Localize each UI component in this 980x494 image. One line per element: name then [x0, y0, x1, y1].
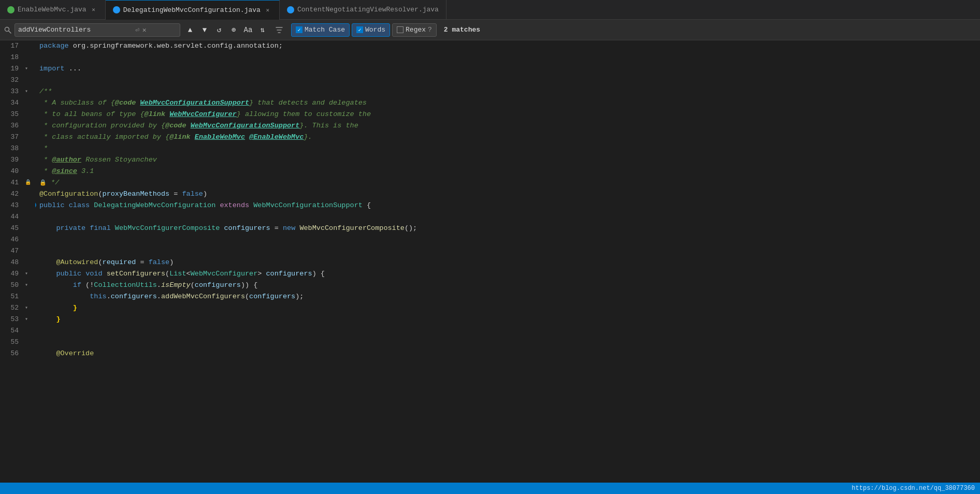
- code-line-52: }: [39, 302, 976, 314]
- code-line-44: [39, 211, 976, 223]
- matches-count: 2 matches: [444, 26, 480, 34]
- code-line-56: @Override: [39, 348, 976, 359]
- tab-close-2[interactable]: ✕: [264, 6, 272, 14]
- preserve-button[interactable]: Aa: [241, 23, 255, 37]
- regex-checkbox: [397, 26, 403, 33]
- tab-icon-blue-2: [287, 6, 294, 13]
- code-line-43: public class DelegatingWebMvcConfigurati…: [39, 200, 976, 211]
- search-input[interactable]: [18, 26, 132, 34]
- match-case-checkbox: ✓: [296, 26, 302, 33]
- tab-contentnegotiating[interactable]: ContentNegotiatingViewResolver.java: [280, 0, 446, 20]
- tab-icon-blue-1: [113, 6, 120, 13]
- words-label: Words: [365, 26, 385, 34]
- tab-delegating[interactable]: DelegatingWebMvcConfiguration.java ✕: [106, 0, 280, 20]
- code-line-51: this.configurers.addWebMvcConfigurers(co…: [39, 291, 976, 302]
- fold-method[interactable]: ▾: [25, 268, 35, 280]
- code-line-40: * @since 3.1: [39, 166, 976, 177]
- code-line-18: [39, 52, 976, 63]
- code-line-54: [39, 325, 976, 337]
- search-input-wrap: ⏎ ✕: [15, 23, 180, 37]
- run-dot[interactable]: [35, 202, 36, 208]
- code-line-32: [39, 75, 976, 86]
- tab-bar: EnableWebMvc.java ✕ DelegatingWebMvcConf…: [0, 0, 980, 20]
- code-line-39: * @author Rossen Stoyanchev: [39, 154, 976, 166]
- regex-label: Regex: [406, 26, 426, 34]
- code-line-49: public void setConfigurers(List<WebMvcCo…: [39, 268, 976, 280]
- clear-icon[interactable]: ✕: [142, 26, 147, 34]
- code-line-34: * A subclass of {@code WebMvcConfigurati…: [39, 97, 976, 109]
- svg-line-1: [9, 31, 11, 33]
- search-icon[interactable]: [4, 26, 11, 34]
- tab-label-2: DelegatingWebMvcConfiguration.java: [123, 6, 261, 14]
- gutter: ▾ ▾ 🔒 ▾ ▾ ▾ ▾: [25, 40, 35, 483]
- code-line-36: * configuration provided by {@code WebMv…: [39, 120, 976, 132]
- code-line-42: @Configuration(proxyBeanMethods = false): [39, 188, 976, 200]
- regex-help[interactable]: ?: [428, 26, 432, 34]
- fold-close1[interactable]: ▾: [25, 302, 35, 314]
- tab-close-1[interactable]: ✕: [90, 6, 98, 14]
- search-nav: ▲ ▼ ↺ ⊕ Aa ⇅: [183, 23, 269, 37]
- status-url: https://blog.csdn.net/qq_38077360: [852, 485, 975, 492]
- search-options: ✓ Match Case ✓ Words Regex ?: [291, 23, 437, 37]
- code-line-17: package org.springframework.web.servlet.…: [39, 40, 976, 52]
- code-area: 17 18 19 32 33 34 35 36 37 38 39 40 41 4…: [0, 40, 980, 483]
- status-bar: https://blog.csdn.net/qq_38077360: [0, 483, 980, 494]
- fold-comment-end[interactable]: 🔒: [25, 177, 35, 188]
- code-line-41: 🔒 */: [39, 177, 976, 188]
- code-line-47: [39, 245, 976, 257]
- enter-icon[interactable]: ⏎: [135, 26, 139, 34]
- code-line-37: * class actually imported by {@link Enab…: [39, 132, 976, 143]
- code-line-48: @Autowired(required = false): [39, 257, 976, 268]
- fold-javadoc[interactable]: ▾: [25, 86, 35, 97]
- fold-import[interactable]: ▾: [25, 63, 35, 75]
- prev-match-button[interactable]: ▲: [183, 23, 197, 37]
- code-line-35: * to all beans of type {@link WebMvcConf…: [39, 109, 976, 120]
- tab-label-1: EnableWebMvc.java: [18, 6, 87, 13]
- match-case-option[interactable]: ✓ Match Case: [291, 23, 350, 37]
- tab-label-3: ContentNegotiatingViewResolver.java: [297, 6, 439, 13]
- words-option[interactable]: ✓ Words: [352, 23, 390, 37]
- fold-close2[interactable]: ▾: [25, 314, 35, 325]
- multiline-button[interactable]: ⊕: [227, 23, 240, 37]
- next-match-button[interactable]: ▼: [198, 23, 211, 37]
- code-line-46: [39, 234, 976, 245]
- toggle-replace-button[interactable]: ⇅: [256, 23, 269, 37]
- tab-enablewebmvc[interactable]: EnableWebMvc.java ✕: [0, 0, 106, 20]
- code-line-50: if (!CollectionUtils.isEmpty(configurers…: [39, 280, 976, 291]
- code-line-53: }: [39, 314, 976, 325]
- filter-icon[interactable]: [272, 23, 286, 37]
- code-line-55: [39, 337, 976, 348]
- words-checkbox: ✓: [356, 26, 363, 33]
- fold-if[interactable]: ▾: [25, 280, 35, 291]
- line-numbers: 17 18 19 32 33 34 35 36 37 38 39 40 41 4…: [0, 40, 25, 483]
- search-bar: ⏎ ✕ ▲ ▼ ↺ ⊕ Aa ⇅ ✓ Match Case ✓ Words Re…: [0, 20, 980, 40]
- match-case-label: Match Case: [305, 26, 345, 34]
- code-line-19: import ...: [39, 63, 976, 75]
- regex-option[interactable]: Regex ?: [392, 23, 437, 37]
- code-line-45: private final WebMvcConfigurerComposite …: [39, 223, 976, 234]
- code-line-38: *: [39, 143, 976, 154]
- code-content[interactable]: package org.springframework.web.servlet.…: [35, 40, 980, 483]
- code-line-33: /**: [39, 86, 976, 97]
- tab-icon-green: [7, 6, 15, 13]
- refresh-button[interactable]: ↺: [212, 23, 226, 37]
